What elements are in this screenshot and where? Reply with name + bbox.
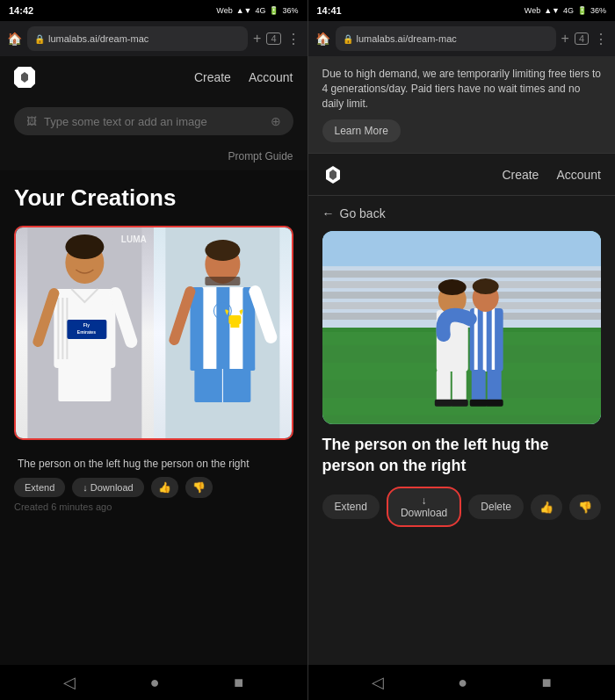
- right-luma-logo: [322, 164, 344, 185]
- creations-section: Your Creations: [0, 170, 308, 665]
- prompt-guide-text[interactable]: Prompt Guide: [228, 150, 293, 162]
- right-home-icon[interactable]: 🏠: [315, 32, 330, 46]
- svg-rect-14: [58, 366, 111, 401]
- svg-rect-62: [469, 400, 487, 407]
- right-status-icons: Web ▲▼ 4G 🔋 36%: [525, 6, 606, 15]
- svg-point-17: [205, 240, 240, 261]
- svg-text:Fly: Fly: [83, 322, 90, 328]
- left-create-link[interactable]: Create: [194, 70, 231, 84]
- right-add-tab-button[interactable]: +: [561, 31, 569, 47]
- back-arrow-icon: ←: [322, 206, 335, 220]
- luma-logo: [14, 67, 35, 88]
- right-tab-count-button[interactable]: 4: [575, 32, 589, 45]
- right-signal-bars: ▲▼: [544, 6, 560, 15]
- go-back-bar: ← Go back: [308, 196, 616, 231]
- svg-rect-61: [450, 400, 467, 407]
- home-button[interactable]: ●: [150, 674, 160, 692]
- right-browser-menu-button[interactable]: ⋮: [594, 31, 608, 47]
- detail-caption: The person on the left hug the person on…: [308, 424, 616, 483]
- svg-rect-60: [434, 400, 452, 407]
- right-account-link[interactable]: Account: [556, 168, 601, 182]
- search-input[interactable]: [44, 115, 264, 128]
- network-type: 4G: [255, 6, 265, 15]
- left-browser-bar: 🏠 🔒 lumalabs.ai/dream-mac + 4 ⋮: [0, 21, 308, 56]
- right-nav-links: Create Account: [502, 168, 601, 182]
- creation-caption: The person on the left hug the person on…: [14, 451, 293, 473]
- search-container: 🖼 ⊕: [0, 98, 308, 144]
- right-lock-icon: 🔒: [343, 34, 353, 44]
- right-time: 14:41: [317, 5, 342, 16]
- right-like-button[interactable]: 👍: [531, 494, 562, 520]
- extend-button[interactable]: Extend: [14, 478, 65, 497]
- left-panel: 14:42 Web ▲▼ 4G 🔋 36% 🏠 🔒 lumalabs.ai/dr…: [0, 0, 308, 700]
- svg-rect-63: [485, 400, 503, 407]
- right-home-button[interactable]: ●: [458, 674, 467, 692]
- left-status-bar: 14:42 Web ▲▼ 4G 🔋 36%: [0, 0, 308, 21]
- network-icon: Web: [216, 6, 232, 15]
- recent-button[interactable]: ■: [234, 674, 243, 692]
- svg-point-55: [472, 278, 498, 294]
- right-app-header: Create Account: [308, 154, 616, 196]
- creation-images: Fly Emirates LUMA: [16, 227, 292, 438]
- svg-rect-18: [205, 277, 240, 285]
- right-network-icon: Web: [525, 6, 540, 15]
- svg-rect-57: [452, 370, 466, 403]
- go-back-link[interactable]: Go back: [340, 206, 386, 220]
- right-download-button[interactable]: ↓ Download: [387, 487, 461, 527]
- left-url-bar[interactable]: 🔒 lumalabs.ai/dream-mac: [27, 26, 248, 51]
- right-browser-bar: 🏠 🔒 lumalabs.ai/dream-mac + 4 ⋮: [308, 21, 616, 56]
- left-time: 14:42: [9, 5, 33, 16]
- luma-watermark: LUMA: [121, 235, 147, 244]
- left-browser-actions: + 4 ⋮: [253, 31, 300, 47]
- svg-text:Emirates: Emirates: [77, 329, 96, 335]
- signal-bars: ▲▼: [236, 6, 252, 15]
- dislike-button[interactable]: 👎: [185, 477, 213, 498]
- right-browser-actions: + 4 ⋮: [561, 31, 608, 47]
- right-dislike-button[interactable]: 👎: [569, 494, 601, 520]
- learn-more-button[interactable]: Learn More: [322, 119, 401, 142]
- right-battery-level: 36%: [590, 6, 606, 15]
- battery-icon: 🔋: [269, 6, 279, 15]
- svg-rect-56: [436, 370, 450, 403]
- svg-rect-36: [322, 271, 602, 278]
- left-app-header: Create Account: [0, 56, 308, 98]
- home-icon[interactable]: 🏠: [7, 32, 22, 46]
- right-create-link[interactable]: Create: [502, 168, 539, 182]
- right-delete-button[interactable]: Delete: [468, 494, 524, 519]
- svg-rect-59: [487, 370, 501, 403]
- left-nav-links: Create Account: [194, 70, 293, 84]
- battery-level: 36%: [282, 6, 298, 15]
- creations-title: Your Creations: [14, 184, 293, 212]
- search-bar[interactable]: 🖼 ⊕: [14, 107, 293, 135]
- right-extend-button[interactable]: Extend: [322, 494, 380, 519]
- tab-count-button[interactable]: 4: [266, 32, 280, 45]
- svg-rect-25: [228, 315, 241, 324]
- creation-actions: Extend ↓ Download 👍 👎: [14, 473, 293, 500]
- back-button[interactable]: ◁: [63, 673, 76, 692]
- download-button[interactable]: ↓ Download: [72, 478, 143, 497]
- detail-image: [322, 231, 602, 424]
- right-spacer: [308, 534, 616, 665]
- left-url-text: lumalabs.ai/dream-mac: [48, 33, 148, 44]
- player-image-left: Fly Emirates LUMA: [16, 227, 154, 438]
- created-time: Created 6 minutes ago: [14, 500, 293, 516]
- right-nav-bar: ◁ ● ■: [308, 665, 616, 700]
- svg-point-48: [438, 279, 466, 295]
- right-url-bar[interactable]: 🔒 lumalabs.ai/dream-mac: [336, 26, 556, 51]
- add-tab-button[interactable]: +: [253, 31, 261, 47]
- notification-banner: Due to high demand, we are temporarily l…: [308, 56, 616, 154]
- notification-text: Due to high demand, we are temporarily l…: [322, 67, 602, 111]
- right-url-text: lumalabs.ai/dream-mac: [357, 33, 457, 44]
- image-icon: 🖼: [26, 115, 37, 127]
- detail-actions: Extend ↓ Download Delete 👍 👎: [308, 483, 616, 534]
- right-back-button[interactable]: ◁: [372, 673, 384, 692]
- svg-rect-58: [471, 370, 485, 403]
- like-button[interactable]: 👍: [151, 477, 178, 498]
- prompt-guide-bar: Prompt Guide: [0, 144, 308, 170]
- creation-card: Fly Emirates LUMA: [14, 226, 293, 440]
- browser-menu-button[interactable]: ⋮: [286, 31, 300, 47]
- left-account-link[interactable]: Account: [249, 70, 293, 84]
- svg-point-4: [65, 235, 104, 259]
- right-recent-button[interactable]: ■: [542, 674, 552, 692]
- player-image-right: 10: [154, 227, 292, 438]
